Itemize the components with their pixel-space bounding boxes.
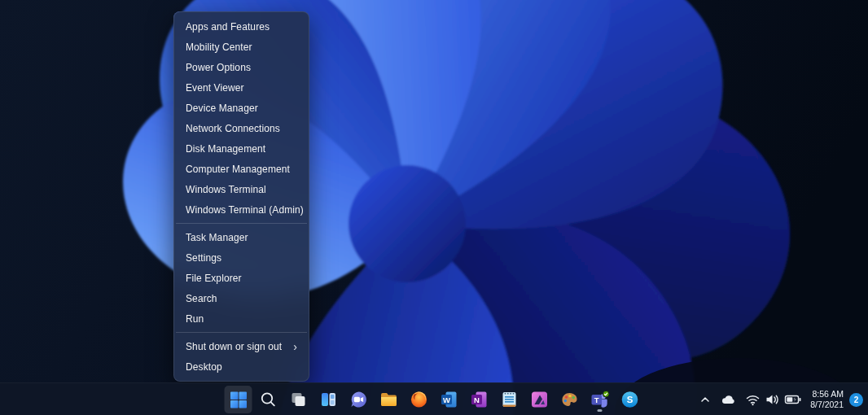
task-view-icon — [290, 391, 308, 408]
menu-item-label: Windows Terminal (Admin) — [186, 204, 304, 216]
menu-item-shut-down-or-sign-out[interactable]: Shut down or sign out› — [176, 336, 307, 356]
quick-settings-button[interactable] — [742, 387, 805, 412]
menu-item-label: Search — [186, 293, 217, 304]
menu-item-label: Power Options — [186, 62, 251, 73]
menu-item-label: Run — [186, 313, 204, 325]
menu-item-label: Apps and Features — [186, 21, 270, 33]
onenote-letter: N — [474, 395, 480, 404]
desktop: Apps and FeaturesMobility CenterPower Op… — [0, 0, 868, 415]
menu-item-computer-management[interactable]: Computer Management — [176, 159, 307, 179]
menu-item-run[interactable]: Run — [176, 308, 307, 329]
file-explorer-button[interactable] — [375, 386, 403, 413]
menu-separator — [176, 332, 307, 333]
widgets-icon — [320, 391, 338, 408]
onenote-icon: N — [470, 390, 489, 409]
menu-item-event-viewer[interactable]: Event Viewer — [176, 77, 307, 98]
tray-time: 8:56 AM — [810, 389, 844, 400]
menu-item-search[interactable]: Search — [176, 288, 307, 308]
chat-button[interactable] — [345, 386, 373, 413]
volume-icon — [765, 392, 780, 407]
chevron-up-icon — [698, 392, 712, 407]
menu-item-label: Shut down or sign out — [186, 341, 282, 352]
menu-item-label: Mobility Center — [186, 42, 252, 53]
firefox-icon — [410, 390, 429, 409]
menu-item-disk-management[interactable]: Disk Management — [176, 138, 307, 159]
clock[interactable]: 8:56 AM 8/7/2021 — [806, 387, 848, 412]
affinity-photo-icon — [530, 390, 550, 409]
word-button[interactable]: W — [436, 386, 463, 413]
search-button[interactable] — [255, 386, 283, 413]
show-hidden-icons-button[interactable] — [695, 387, 716, 412]
file-explorer-icon — [379, 390, 399, 409]
winx-menu: Apps and FeaturesMobility CenterPower Op… — [173, 11, 309, 382]
widgets-button[interactable] — [315, 386, 343, 413]
menu-item-label: Network Connections — [186, 123, 280, 134]
tray-date: 8/7/2021 — [810, 400, 844, 410]
system-tray: 8:56 AM 8/7/2021 2 — [695, 383, 865, 415]
word-letter: W — [443, 395, 450, 404]
menu-item-power-options[interactable]: Power Options — [176, 57, 307, 77]
paint-icon — [560, 390, 580, 409]
skype-letter: S — [627, 395, 633, 404]
running-indicator — [598, 409, 603, 412]
taskbar-center-icons: W N — [225, 383, 644, 415]
menu-item-label: Windows Terminal — [186, 184, 266, 195]
menu-item-label: Computer Management — [186, 164, 290, 175]
taskbar: W N — [0, 382, 868, 415]
menu-item-windows-terminal-admin[interactable]: Windows Terminal (Admin) — [176, 199, 307, 220]
menu-item-label: File Explorer — [186, 273, 242, 284]
chevron-right-icon: › — [287, 341, 297, 352]
menu-item-mobility-center[interactable]: Mobility Center — [176, 37, 307, 57]
menu-item-apps-and-features[interactable]: Apps and Features — [176, 16, 307, 37]
menu-item-windows-terminal[interactable]: Windows Terminal — [176, 179, 307, 199]
start-button[interactable] — [225, 386, 252, 413]
word-icon: W — [440, 390, 459, 409]
onenote-button[interactable]: N — [466, 386, 493, 413]
menu-item-file-explorer[interactable]: File Explorer — [176, 268, 307, 288]
teams-button[interactable]: T — [586, 386, 614, 413]
teams-letter: T — [594, 395, 599, 404]
menu-item-label: Device Manager — [186, 103, 258, 114]
paint-button[interactable] — [556, 386, 584, 413]
skype-icon: S — [620, 390, 640, 409]
menu-item-label: Event Viewer — [186, 82, 244, 94]
teams-icon: T — [590, 390, 611, 409]
desktop-wallpaper — [0, 0, 868, 415]
menu-item-label: Settings — [186, 252, 221, 264]
skype-button[interactable]: S — [616, 386, 644, 413]
menu-item-desktop[interactable]: Desktop — [176, 356, 307, 377]
notification-count-badge[interactable]: 2 — [849, 393, 863, 407]
menu-item-task-manager[interactable]: Task Manager — [176, 227, 307, 247]
menu-item-network-connections[interactable]: Network Connections — [176, 118, 307, 138]
battery-charging-icon — [784, 392, 802, 407]
menu-item-label: Desktop — [186, 361, 222, 373]
wifi-icon — [745, 392, 761, 407]
chat-icon — [349, 390, 369, 409]
notepad-icon — [501, 390, 519, 409]
menu-item-device-manager[interactable]: Device Manager — [176, 98, 307, 118]
onedrive-cloud-icon — [720, 392, 738, 407]
onedrive-button[interactable] — [717, 387, 741, 412]
menu-separator — [176, 223, 307, 224]
windows-logo-icon — [230, 391, 247, 408]
search-icon — [260, 391, 278, 408]
menu-item-label: Task Manager — [186, 232, 248, 243]
notepad-button[interactable] — [496, 386, 524, 413]
menu-item-label: Disk Management — [186, 143, 265, 155]
firefox-button[interactable] — [406, 386, 433, 413]
affinity-photo-button[interactable] — [526, 386, 554, 413]
task-view-button[interactable] — [285, 386, 313, 413]
menu-item-settings[interactable]: Settings — [176, 247, 307, 268]
